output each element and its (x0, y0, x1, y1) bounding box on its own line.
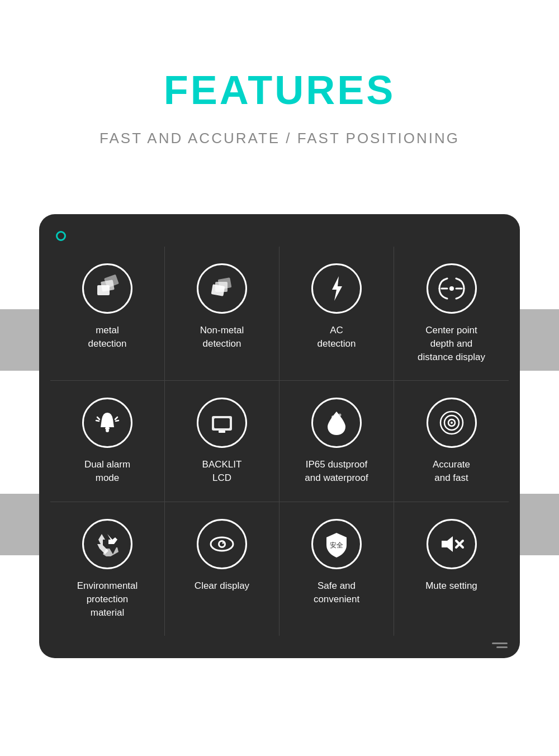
safe-convenient-icon: 安全 (311, 519, 362, 569)
page-subtitle: FAST AND ACCURATE / FAST POSITIONING (100, 130, 459, 147)
clear-display-icon (197, 519, 247, 569)
feature-ac-detection: ACdetection (280, 247, 394, 381)
svg-point-28 (222, 542, 224, 544)
svg-rect-18 (219, 431, 225, 433)
svg-rect-17 (214, 418, 230, 428)
card-dot (56, 231, 66, 241)
menu-line-1 (492, 642, 508, 644)
ip65-icon (311, 398, 362, 448)
ac-detection-label: ACdetection (318, 324, 356, 351)
svg-line-15 (116, 420, 119, 421)
backlit-lcd-label: BACKLITLCD (202, 458, 242, 485)
svg-point-19 (331, 415, 335, 419)
menu-line-2 (496, 646, 508, 648)
svg-point-11 (106, 429, 109, 432)
feature-metal-detection: metaldetection (50, 247, 165, 381)
non-metal-detection-label: Non-metaldetection (200, 324, 244, 351)
svg-rect-5 (218, 277, 232, 290)
svg-point-20 (339, 414, 342, 417)
dual-alarm-icon (82, 398, 132, 448)
ac-detection-icon (311, 263, 362, 314)
environmental-label: Environmentalprotectionmaterial (77, 579, 138, 619)
ip65-label: IP65 dustproofand waterproof (305, 458, 368, 485)
clear-display-label: Clear display (195, 579, 249, 593)
mute-setting-icon (427, 519, 477, 569)
center-point-label: Center pointdepth anddistance display (418, 324, 485, 363)
feature-accurate-fast: Accurateand fast (394, 381, 509, 502)
feature-environmental: Environmentalprotectionmaterial (50, 502, 165, 636)
card-menu (492, 642, 508, 648)
feature-ip65: IP65 dustproofand waterproof (280, 381, 394, 502)
feature-mute-setting: Mute setting (394, 502, 509, 636)
svg-line-12 (97, 417, 100, 419)
feature-non-metal-detection: Non-metaldetection (165, 247, 280, 381)
feature-backlit-lcd: BACKLITLCD (165, 381, 280, 502)
dual-alarm-label: Dual alarmmode (84, 458, 130, 485)
features-card: metaldetection Non-metaldetection (39, 214, 520, 658)
non-metal-detection-icon (197, 263, 247, 314)
svg-text:安全: 安全 (330, 541, 343, 549)
environmental-icon (82, 519, 132, 569)
features-grid: metaldetection Non-metaldetection (50, 247, 509, 636)
center-point-icon (427, 263, 477, 314)
svg-line-14 (115, 417, 117, 419)
svg-marker-6 (332, 276, 342, 301)
feature-clear-display: Clear display (165, 502, 280, 636)
accurate-fast-icon (427, 398, 477, 448)
page-title: FEATURES (164, 67, 396, 113)
svg-point-7 (449, 286, 454, 291)
safe-convenient-label: Safe andconvenient (314, 579, 359, 606)
svg-line-13 (96, 420, 99, 421)
svg-marker-30 (442, 536, 453, 552)
metal-detection-icon (82, 263, 132, 314)
feature-safe-convenient: 安全 Safe andconvenient (280, 502, 394, 636)
feature-dual-alarm: Dual alarmmode (50, 381, 165, 502)
accurate-fast-label: Accurateand fast (433, 458, 470, 485)
feature-center-point: Center pointdepth anddistance display (394, 247, 509, 381)
svg-point-24 (451, 422, 453, 424)
backlit-lcd-icon (197, 398, 247, 448)
metal-detection-label: metaldetection (88, 324, 127, 351)
mute-setting-label: Mute setting (425, 579, 477, 593)
